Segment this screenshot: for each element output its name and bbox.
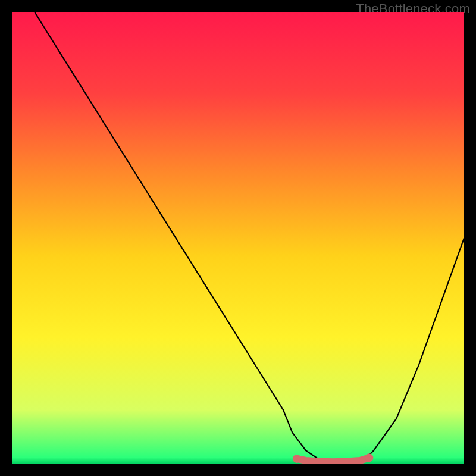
bottleneck-chart — [12, 12, 464, 464]
chart-background — [12, 12, 464, 464]
chart-frame: TheBottleneck.com — [0, 0, 476, 476]
optimal-range-line — [297, 458, 369, 462]
optimal-range-start-dot — [293, 455, 301, 463]
optimal-range-end-dot — [365, 453, 373, 462]
